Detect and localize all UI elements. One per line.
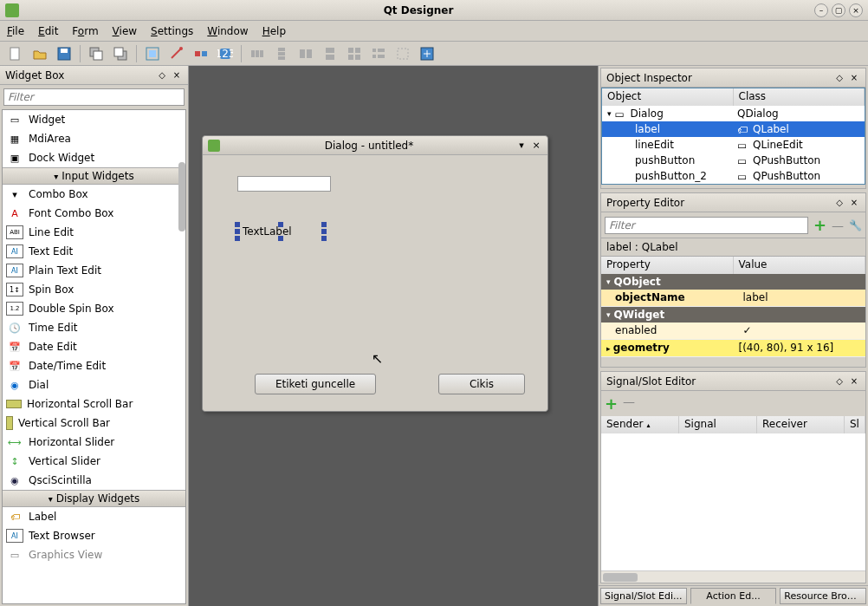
category-header[interactable]: ▾Display Widgets [3, 490, 185, 507]
open-icon[interactable] [29, 43, 50, 64]
list-item[interactable]: AIText Edit [3, 242, 185, 261]
list-item[interactable]: AIPlain Text Edit [3, 261, 185, 280]
add-icon[interactable]: + [813, 216, 826, 234]
break-layout-icon[interactable] [392, 43, 413, 64]
list-item[interactable]: ▭Widget [3, 110, 185, 129]
new-icon[interactable] [5, 43, 26, 64]
layout-vsplit-icon[interactable] [320, 43, 340, 64]
list-item[interactable]: ◉Dial [3, 375, 185, 394]
close-panel-icon[interactable]: × [848, 197, 860, 209]
col-signal[interactable]: Signal [679, 416, 757, 433]
detach-icon[interactable]: ◇ [833, 375, 845, 388]
lineedit-widget[interactable] [237, 176, 331, 192]
pushbutton-2[interactable]: Cikis [438, 374, 525, 394]
detach-icon[interactable]: ◇ [156, 69, 168, 81]
remove-icon[interactable]: — [832, 218, 844, 232]
col-object[interactable]: Object [602, 88, 734, 106]
tab-action-editor[interactable]: Action Ed... [690, 588, 777, 604]
menu-settings[interactable]: Settings [151, 25, 193, 37]
col-sender[interactable]: Sender ▴ [601, 416, 679, 433]
col-property[interactable]: Property [601, 257, 734, 274]
pushbutton-1[interactable]: Etiketi guncelle [255, 374, 376, 394]
list-item[interactable]: ◉QsciScintilla [3, 471, 185, 490]
list-item[interactable]: 🕓Time Edit [3, 318, 185, 337]
tree-row[interactable]: lineEdit ▭QLineEdit [602, 137, 865, 153]
dialog-form[interactable]: TextLabel Etiketi guncelle Cikis ↖ [203, 155, 547, 411]
layout-grid-icon[interactable] [344, 43, 365, 64]
menu-edit[interactable]: Edit [38, 25, 58, 37]
list-item[interactable]: ABILine Edit [3, 223, 185, 242]
list-item[interactable]: Vertical Scroll Bar [3, 414, 185, 433]
send-back-icon[interactable] [86, 43, 107, 64]
list-item[interactable]: 📅Date Edit [3, 337, 185, 356]
sigslot-list[interactable] [601, 433, 865, 570]
detach-icon[interactable]: ◇ [833, 197, 845, 209]
list-item[interactable]: ⟷Horizontal Slider [3, 433, 185, 452]
col-receiver[interactable]: Receiver [757, 416, 845, 433]
tree-row[interactable]: pushButton_2 ▭QPushButton [602, 168, 865, 184]
close-panel-icon[interactable]: × [848, 375, 860, 388]
property-table[interactable]: Property Value ▾QObject objectName label… [601, 257, 865, 357]
tree-row[interactable]: pushButton ▭QPushButton [602, 153, 865, 168]
adjust-size-icon[interactable] [417, 43, 437, 64]
edit-signals-icon[interactable] [166, 43, 187, 64]
edit-widgets-icon[interactable] [142, 43, 163, 64]
edit-tab-order-icon[interactable]: 123 [215, 43, 236, 64]
col-class[interactable]: Class [734, 88, 865, 106]
tab-resource-browser[interactable]: Resource Brow... [780, 588, 866, 604]
prop-category[interactable]: ▾QWidget [601, 307, 865, 323]
col-sl[interactable]: Sl [845, 416, 865, 433]
prop-row[interactable]: enabled ✓ [601, 323, 865, 340]
object-tree[interactable]: Object Class ▾▭Dialog QDialog label 🏷QLa… [601, 88, 865, 185]
layout-form-icon[interactable] [368, 43, 389, 64]
h-scrollbar[interactable] [601, 570, 865, 583]
close-panel-icon[interactable]: × [171, 69, 183, 81]
list-item[interactable]: AIText Browser [3, 526, 185, 545]
list-item[interactable]: 🏷Label [3, 507, 185, 526]
scrollbar-thumb[interactable] [603, 573, 638, 582]
list-item[interactable]: Horizontal Scroll Bar [3, 394, 185, 414]
property-filter[interactable] [605, 217, 808, 234]
design-canvas[interactable]: Dialog - untitled* ▾ × TextLabel Etik [189, 66, 598, 606]
list-item[interactable]: 1↕Spin Box [3, 280, 185, 299]
col-value[interactable]: Value [734, 257, 866, 274]
minimize-button[interactable]: – [814, 3, 828, 17]
remove-icon[interactable]: — [623, 394, 635, 413]
list-item[interactable]: 1.2Double Spin Box [3, 299, 185, 318]
layout-v-icon[interactable] [271, 43, 292, 64]
list-item[interactable]: ▾Combo Box [3, 185, 185, 204]
menu-window[interactable]: Window [207, 25, 248, 37]
list-item[interactable]: 📅Date/Time Edit [3, 356, 185, 375]
widget-list[interactable]: ▭Widget ▦MdiArea ▣Dock Widget ▾Input Wid… [2, 109, 186, 604]
checkbox-checked-icon[interactable]: ✓ [738, 323, 866, 340]
wrench-icon[interactable]: 🔧 [849, 219, 862, 231]
close-button[interactable]: × [849, 3, 863, 17]
list-item[interactable]: AFont Combo Box [3, 204, 185, 223]
dialog-window[interactable]: Dialog - untitled* ▾ × TextLabel Etik [202, 135, 548, 412]
tree-row[interactable]: ▾▭Dialog QDialog [602, 106, 865, 121]
layout-hsplit-icon[interactable] [295, 43, 316, 64]
close-panel-icon[interactable]: × [848, 72, 860, 84]
add-icon[interactable]: + [605, 394, 618, 413]
menu-file[interactable]: File [7, 25, 24, 37]
edit-buddies-icon[interactable] [191, 43, 211, 64]
tree-row[interactable]: label 🏷QLabel [602, 121, 865, 137]
detach-icon[interactable]: ◇ [833, 72, 845, 84]
scrollbar-thumb[interactable] [178, 162, 185, 231]
label-widget[interactable]: TextLabel [237, 225, 324, 238]
list-item[interactable]: ↕Vertical Slider [3, 452, 185, 471]
menu-help[interactable]: Help [262, 25, 286, 37]
menu-view[interactable]: View [113, 25, 137, 37]
list-item[interactable]: ▣Dock Widget [3, 148, 185, 167]
tab-signal-slot[interactable]: Signal/Slot Edi... [600, 588, 687, 604]
dialog-close-icon[interactable]: × [530, 140, 542, 152]
prop-row[interactable]: objectName label [601, 290, 865, 307]
prop-category[interactable]: ▾QObject [601, 274, 865, 290]
category-header[interactable]: ▾Input Widgets [3, 167, 185, 185]
maximize-button[interactable]: ▢ [832, 3, 845, 17]
dialog-minimize-icon[interactable]: ▾ [515, 140, 528, 152]
save-icon[interactable] [54, 43, 74, 64]
menu-form[interactable]: Form [72, 25, 98, 37]
widget-box-filter[interactable] [3, 88, 185, 106]
bring-front-icon[interactable] [110, 43, 131, 64]
